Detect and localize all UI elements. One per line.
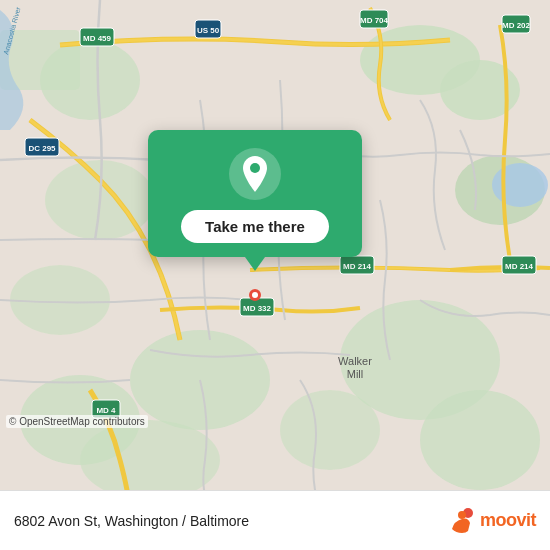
- take-me-there-button[interactable]: Take me there: [181, 210, 329, 243]
- svg-text:MD 214: MD 214: [343, 262, 372, 271]
- svg-point-13: [10, 265, 110, 335]
- svg-text:MD 202: MD 202: [502, 21, 531, 30]
- svg-text:Walker: Walker: [338, 355, 372, 367]
- map-attribution: © OpenStreetMap contributors: [6, 415, 148, 428]
- svg-text:MD 214: MD 214: [505, 262, 534, 271]
- svg-text:MD 4: MD 4: [96, 406, 116, 415]
- svg-text:MD 704: MD 704: [360, 16, 389, 25]
- moovit-brand-name: moovit: [480, 510, 536, 531]
- svg-text:DC 295: DC 295: [28, 144, 56, 153]
- svg-text:US 50: US 50: [197, 26, 220, 35]
- popup-card: Take me there: [148, 130, 362, 257]
- svg-text:Mill: Mill: [347, 368, 364, 380]
- svg-point-38: [250, 163, 260, 173]
- svg-point-15: [492, 163, 548, 207]
- moovit-logo: moovit: [448, 507, 536, 535]
- svg-text:MD 459: MD 459: [83, 34, 112, 43]
- svg-text:MD 332: MD 332: [243, 304, 272, 313]
- moovit-icon: [448, 507, 476, 535]
- address-text: 6802 Avon St, Washington / Baltimore: [14, 513, 249, 529]
- svg-point-10: [420, 390, 540, 490]
- bottom-bar: 6802 Avon St, Washington / Baltimore moo…: [0, 490, 550, 550]
- location-pin-icon: [239, 156, 271, 192]
- location-icon-wrapper: [229, 148, 281, 200]
- svg-point-37: [252, 292, 258, 298]
- map-container: Anacostia River: [0, 0, 550, 490]
- svg-point-11: [280, 390, 380, 470]
- svg-point-40: [458, 511, 466, 519]
